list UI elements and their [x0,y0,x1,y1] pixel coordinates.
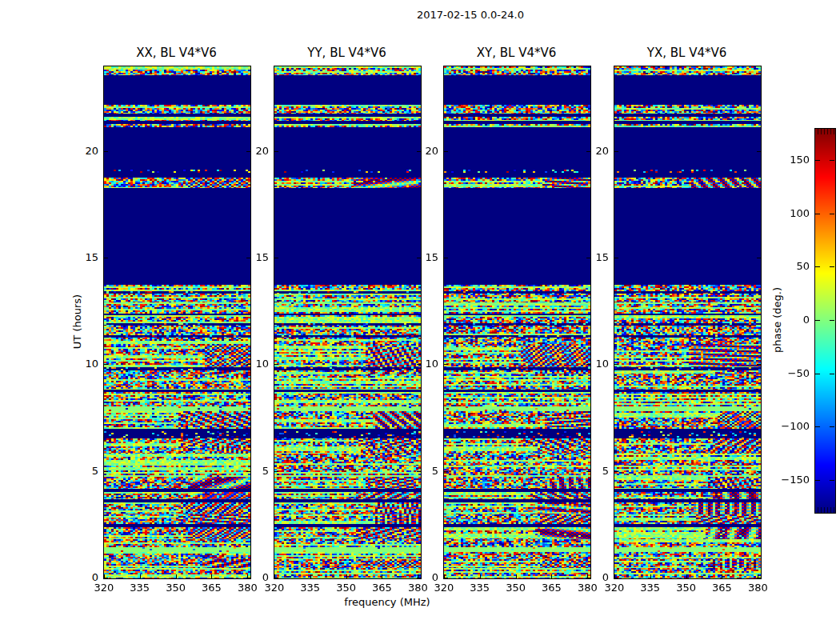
colorbar-tick-label: 100 [773,207,810,219]
x-tick-mark [480,574,481,578]
x-tick-label: 365 [534,582,568,594]
x-tick-label: 350 [499,582,533,594]
x-tick-label: 335 [463,582,497,594]
colorbar-tick-mark [830,266,834,267]
y-tick-label: 15 [70,251,98,263]
y-tick-label: 10 [70,358,98,370]
x-axis-label: frequency (MHz) [307,596,467,608]
x-tick-label: 335 [123,582,157,594]
panel-title: YX, BL V4*V6 [614,46,760,61]
y-tick-label: 20 [580,145,609,157]
y-tick-mark [757,471,761,472]
x-tick-mark [516,574,517,578]
x-tick-label: 365 [194,582,228,594]
colorbar [814,128,836,514]
y-tick-mark [614,364,618,365]
x-tick-label: 350 [330,582,363,594]
colorbar-tick-mark [815,480,820,481]
x-tick-label: 380 [741,582,774,594]
y-tick-label: 15 [580,251,609,263]
y-tick-label: 5 [410,465,438,477]
figure: 2017-02-15 0.0-24.0 UT (hours) frequency… [0,0,840,640]
colorbar-tick-label: 50 [773,260,810,272]
y-tick-mark [444,364,448,365]
x-tick-mark [346,574,347,578]
y-tick-mark [614,151,618,152]
colorbar-gradient [815,129,835,513]
heatmap-canvas [614,66,761,578]
heatmap-canvas [444,66,590,578]
colorbar-tick-mark [830,320,834,321]
colorbar-tick-mark [830,160,834,161]
x-tick-label: 350 [159,582,193,594]
colorbar-tick-mark [815,320,820,321]
colorbar-tick-mark [815,266,820,267]
x-tick-label: 350 [670,582,703,594]
x-tick-mark [140,574,141,578]
panel-title: XX, BL V4*V6 [103,46,250,61]
y-tick-mark [614,258,618,258]
colorbar-tick-mark [815,426,820,427]
y-tick-mark [274,258,278,258]
y-tick-mark [104,471,108,472]
x-tick-label: 320 [598,582,631,594]
y-tick-label: 15 [240,251,269,263]
y-tick-label: 5 [580,465,609,477]
x-tick-mark [686,574,687,578]
heatmap-panel [614,66,762,579]
y-tick-mark [104,151,108,152]
x-tick-mark [722,574,722,578]
y-tick-mark [757,364,761,365]
y-tick-mark [614,471,618,472]
y-tick-mark [274,151,278,152]
colorbar-tick-mark [830,426,834,427]
x-tick-mark [310,574,311,578]
x-tick-label: 335 [294,582,327,594]
x-tick-mark [104,574,105,578]
colorbar-tick-label: −100 [773,420,810,432]
y-tick-mark [444,471,448,472]
x-tick-mark [614,574,615,578]
x-tick-label: 365 [705,582,738,594]
colorbar-tick-mark [830,374,834,374]
figure-title: 2017-02-15 0.0-24.0 [104,9,837,21]
colorbar-tick-label: −150 [773,474,810,486]
x-tick-mark [382,574,382,578]
colorbar-tick-mark [815,160,820,161]
y-tick-mark [104,364,108,365]
x-tick-label: 365 [365,582,398,594]
heatmap-panel [103,66,251,579]
y-tick-mark [444,258,448,258]
y-tick-label: 5 [240,465,269,477]
y-axis-label: UT (hours) [71,274,84,370]
y-tick-label: 20 [70,145,98,157]
colorbar-tick-label: 0 [773,314,810,326]
y-tick-label: 10 [240,358,269,370]
heatmap-canvas [104,66,250,578]
x-tick-label: 320 [258,582,291,594]
y-tick-mark [757,258,761,258]
x-tick-label: 320 [427,582,461,594]
y-tick-label: 20 [410,145,438,157]
y-tick-label: 15 [410,251,438,263]
x-tick-label: 320 [87,582,121,594]
colorbar-tick-mark [815,374,820,374]
y-tick-mark [757,151,761,152]
y-tick-label: 5 [70,465,98,477]
panel-title: XY, BL V4*V6 [443,46,590,61]
y-tick-mark [444,151,448,152]
colorbar-tick-mark [830,480,834,481]
panel-title: YY, BL V4*V6 [274,46,420,61]
x-tick-mark [444,574,445,578]
y-tick-label: 10 [410,358,438,370]
y-tick-mark [274,364,278,365]
x-tick-mark [176,574,177,578]
colorbar-tick-label: 150 [773,154,810,166]
x-tick-mark [211,574,212,578]
heatmap-panel [443,66,591,579]
x-tick-mark [650,574,651,578]
colorbar-tick-mark [830,214,834,214]
x-tick-mark [758,574,758,578]
heatmap-panel [274,66,422,579]
x-tick-label: 335 [634,582,667,594]
